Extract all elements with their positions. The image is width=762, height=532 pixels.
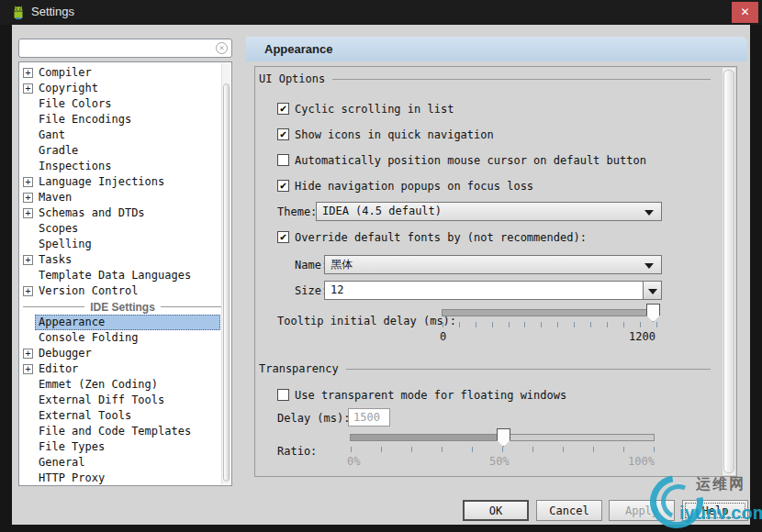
ok-button[interactable]: OK xyxy=(463,500,529,521)
close-button[interactable]: ✕ xyxy=(732,2,758,23)
checkbox-box[interactable]: ✔ xyxy=(277,180,289,192)
delay-value: 1500 xyxy=(353,411,380,424)
tree-item-gant[interactable]: Gant xyxy=(19,127,231,143)
checkbox-label: Automatically position mouse cursor on d… xyxy=(295,154,646,167)
checkbox-hide-navigation-popups-on-focus-loss[interactable]: ✔Hide navigation popups on focus loss xyxy=(277,179,533,193)
tree-item-appearance[interactable]: Appearance xyxy=(19,315,231,330)
tree-item-label: General xyxy=(36,455,88,471)
checkbox-show-icons-in-quick-navigation[interactable]: ✔Show icons in quick navigation xyxy=(277,127,494,141)
checkbox-box[interactable]: ✔ xyxy=(277,103,289,115)
tree-item-label: External Tools xyxy=(36,408,134,424)
tree-item-inspections[interactable]: Inspections xyxy=(19,159,231,174)
tree-item-editor[interactable]: +Editor xyxy=(19,361,231,377)
appearance-content: UI Options ✔Cyclic scrolling in list✔Sho… xyxy=(254,66,737,477)
tree-item-debugger[interactable]: +Debugger xyxy=(19,346,231,361)
checkbox-override-default-fonts[interactable]: ✔ Override default fonts by (not recomme… xyxy=(277,230,587,244)
tooltip-delay-slider-thumb[interactable] xyxy=(646,304,660,322)
tree-item-copyright[interactable]: +Copyright xyxy=(19,81,231,96)
font-size-value: 12 xyxy=(331,283,343,296)
tree-item-label: Language Injections xyxy=(36,174,167,190)
tree-item-version-control[interactable]: +Version Control xyxy=(19,283,231,299)
tree-separator-ide-settings: IDE Settings xyxy=(19,299,231,315)
checkbox-use-transparent-mode[interactable]: Use transparent mode for floating window… xyxy=(277,388,566,402)
tooltip-delay-slider[interactable] xyxy=(442,309,657,316)
search-input[interactable]: × xyxy=(18,39,232,58)
font-name-dropdown[interactable]: 黑体 xyxy=(324,255,662,274)
chevron-down-icon xyxy=(648,289,657,294)
tree-item-label: File and Code Templates xyxy=(36,424,194,439)
tree-item-template-data-languages[interactable]: Template Data Languages xyxy=(19,268,231,283)
tree-item-tasks[interactable]: +Tasks xyxy=(19,252,231,268)
tree-item-gradle[interactable]: Gradle xyxy=(19,143,231,159)
checkbox-box[interactable]: ✔ xyxy=(277,128,289,140)
tree-item-compiler[interactable]: +Compiler xyxy=(19,65,231,81)
tree-item-emmet-zen-coding[interactable]: Emmet (Zen Coding) xyxy=(19,377,231,393)
expand-icon[interactable]: + xyxy=(23,208,33,218)
content-scrollbar[interactable] xyxy=(722,68,735,475)
tree-item-console-folding[interactable]: Console Folding xyxy=(19,330,231,346)
checkbox-box[interactable] xyxy=(277,389,289,401)
tree-item-label: Editor xyxy=(36,361,81,377)
tree-item-label: Schemas and DTDs xyxy=(36,205,148,221)
tree-item-file-colors[interactable]: File Colors xyxy=(19,96,231,112)
checkbox-label: Cyclic scrolling in list xyxy=(295,103,454,116)
tree-item-label: Appearance xyxy=(35,315,220,330)
window-title: Settings xyxy=(31,5,74,18)
tree-scrollbar-thumb[interactable] xyxy=(223,83,230,482)
theme-value: IDEA (4.5 default) xyxy=(322,205,442,217)
tree-item-scopes[interactable]: Scopes xyxy=(19,221,231,237)
checkbox-label: Use transparent mode for floating window… xyxy=(295,389,566,402)
content-scrollbar-thumb[interactable] xyxy=(723,70,734,473)
android-studio-icon xyxy=(10,5,27,21)
expand-icon[interactable]: + xyxy=(23,255,33,265)
tree-item-label: Tasks xyxy=(36,252,74,268)
checkbox-cyclic-scrolling-in-list[interactable]: ✔Cyclic scrolling in list xyxy=(277,102,454,116)
tooltip-delay-max: 1200 xyxy=(629,330,656,343)
expand-icon[interactable]: + xyxy=(23,349,33,359)
checkbox-automatically-position-mouse-cursor-on-default-button[interactable]: Automatically position mouse cursor on d… xyxy=(277,153,646,167)
expand-icon[interactable]: + xyxy=(23,68,33,78)
expand-icon[interactable]: + xyxy=(23,193,33,203)
checkbox-box[interactable] xyxy=(277,154,289,166)
ratio-ticks xyxy=(351,447,655,452)
tree-item-file-and-code-templates[interactable]: File and Code Templates xyxy=(19,424,231,439)
tree-item-spelling[interactable]: Spelling xyxy=(19,237,231,252)
settings-dialog: × +Compiler+CopyrightFile ColorsFile Enc… xyxy=(12,25,750,525)
expand-icon[interactable]: + xyxy=(23,83,33,94)
theme-dropdown[interactable]: IDEA (4.5 default) xyxy=(316,202,662,221)
checkbox-label: Override default fonts by (not recommend… xyxy=(295,231,587,244)
expand-icon[interactable]: + xyxy=(23,177,33,187)
group-title: UI Options xyxy=(259,72,332,85)
tree-item-file-encodings[interactable]: File Encodings xyxy=(19,112,231,127)
font-size-label: Size: xyxy=(295,284,328,297)
clear-search-icon[interactable]: × xyxy=(216,42,228,54)
tooltip-delay-ticks xyxy=(443,322,657,327)
tree-item-label: Compiler xyxy=(36,65,95,81)
tree-item-label: File Encodings xyxy=(36,112,134,127)
settings-window: Settings ✕ × +Compiler+CopyrightFile Col… xyxy=(0,0,762,532)
expand-icon[interactable]: + xyxy=(23,286,33,296)
ratio-slider-thumb[interactable] xyxy=(497,428,510,447)
delay-input[interactable]: 1500 xyxy=(348,408,390,427)
tree-item-http-proxy[interactable]: HTTP Proxy xyxy=(19,471,231,486)
font-size-input[interactable]: 12 xyxy=(324,281,644,300)
tree-item-general[interactable]: General xyxy=(19,455,231,471)
tree-item-maven[interactable]: +Maven xyxy=(19,190,231,205)
tree-item-schemas-and-dtds[interactable]: +Schemas and DTDs xyxy=(19,205,231,221)
cancel-button[interactable]: Cancel xyxy=(536,500,602,521)
tree-item-external-tools[interactable]: External Tools xyxy=(19,408,231,424)
tree-item-external-diff-tools[interactable]: External Diff Tools xyxy=(19,393,231,408)
tree-item-label: Spelling xyxy=(36,237,95,252)
tree-item-file-types[interactable]: File Types xyxy=(19,439,231,455)
group-title: Transparency xyxy=(259,362,346,375)
font-size-dropdown-button[interactable] xyxy=(644,281,662,300)
expand-icon[interactable]: + xyxy=(23,364,33,374)
tree-scrollbar[interactable] xyxy=(221,63,230,484)
settings-tree: +Compiler+CopyrightFile ColorsFile Encod… xyxy=(18,61,232,486)
tree-item-language-injections[interactable]: +Language Injections xyxy=(19,174,231,190)
theme-label: Theme: xyxy=(277,205,317,218)
help-button[interactable]: Help xyxy=(682,500,748,521)
tree-item-label: File Colors xyxy=(36,96,114,112)
checkbox-box[interactable]: ✔ xyxy=(277,231,289,243)
tree-item-label: External Diff Tools xyxy=(36,393,167,408)
